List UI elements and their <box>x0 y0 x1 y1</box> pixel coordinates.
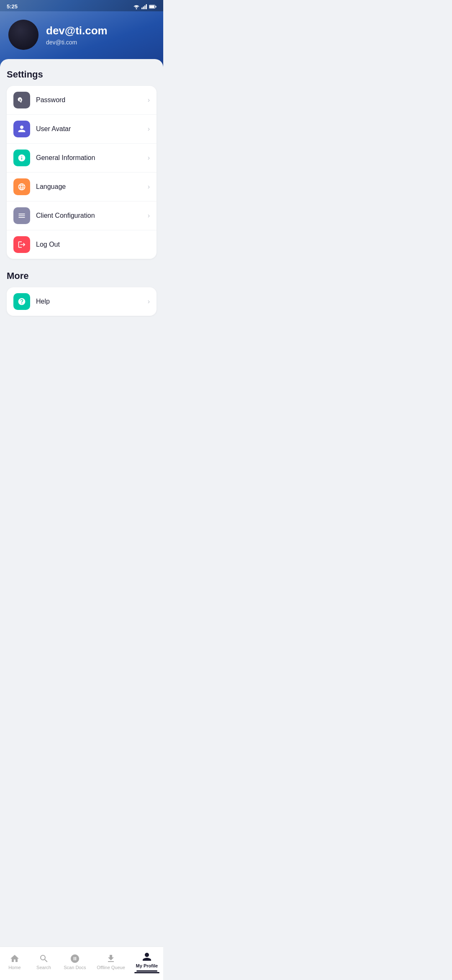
chevron-icon: › <box>148 212 150 219</box>
svg-rect-5 <box>149 5 154 8</box>
logout-icon-bg <box>13 236 30 253</box>
svg-rect-1 <box>143 6 144 9</box>
settings-item-language[interactable]: Language › <box>7 173 157 201</box>
avatar-icon <box>18 125 26 133</box>
config-icon <box>18 211 26 220</box>
profile-info: dev@ti.com dev@ti.com <box>46 24 108 46</box>
profile-header: dev@ti.com dev@ti.com <box>0 11 163 67</box>
settings-section-title: Settings <box>7 69 157 80</box>
client-config-icon-bg <box>13 207 30 224</box>
general-info-icon-bg <box>13 150 30 166</box>
wifi-icon <box>133 4 140 9</box>
settings-item-password[interactable]: Password › <box>7 86 157 115</box>
info-icon <box>18 154 26 162</box>
status-bar: 5:25 <box>0 0 163 11</box>
language-icon <box>18 183 26 191</box>
signal-icon <box>141 4 147 9</box>
language-label: Language <box>36 183 142 191</box>
key-icon <box>18 96 26 104</box>
help-label: Help <box>36 298 142 305</box>
status-icons <box>133 4 157 9</box>
profile-email: dev@ti.com <box>46 39 108 46</box>
user-avatar-label: User Avatar <box>36 125 142 133</box>
settings-card: Password › User Avatar › General Informa… <box>7 86 157 259</box>
chevron-icon: › <box>148 298 150 305</box>
main-content: Settings Password › User Avatar › <box>0 59 163 358</box>
settings-item-general-info[interactable]: General Information › <box>7 144 157 173</box>
chevron-icon: › <box>148 154 150 162</box>
svg-rect-2 <box>144 5 146 9</box>
profile-display-name: dev@ti.com <box>46 24 108 37</box>
help-icon-bg <box>13 293 30 310</box>
settings-item-logout[interactable]: Log Out <box>7 230 157 259</box>
language-icon-bg <box>13 178 30 195</box>
status-time: 5:25 <box>7 3 18 10</box>
avatar <box>8 20 39 50</box>
settings-item-help[interactable]: Help › <box>7 287 157 316</box>
password-label: Password <box>36 96 142 104</box>
battery-icon <box>149 5 157 9</box>
svg-rect-3 <box>146 4 147 9</box>
chevron-icon: › <box>148 183 150 191</box>
settings-item-client-config[interactable]: Client Configuration › <box>7 201 157 230</box>
chevron-icon: › <box>148 125 150 133</box>
chevron-icon: › <box>148 96 150 104</box>
user-avatar-icon-bg <box>13 121 30 137</box>
general-info-label: General Information <box>36 154 142 162</box>
client-config-label: Client Configuration <box>36 212 142 219</box>
logout-icon <box>18 240 26 249</box>
password-icon-bg <box>13 92 30 108</box>
help-icon <box>18 297 26 306</box>
more-card: Help › <box>7 287 157 316</box>
logout-label: Log Out <box>36 241 150 248</box>
svg-rect-6 <box>156 6 157 8</box>
svg-rect-0 <box>141 8 143 9</box>
settings-item-user-avatar[interactable]: User Avatar › <box>7 115 157 144</box>
more-section-title: More <box>7 271 157 281</box>
